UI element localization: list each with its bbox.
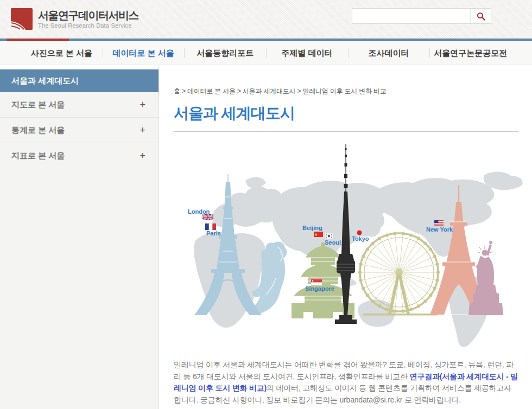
usa-flag-icon [434,220,444,226]
city-label-new-york: New York [426,226,453,233]
site-logo[interactable]: 서울연구데이터서비스 The Seoul Research Data Servi… [11,8,138,30]
uk-flag-icon [202,214,213,220]
main-nav: 사진으로 본 서울 데이터로 본 서울 서울동향리포트 주제별 데이터 조사데이… [0,41,532,65]
world-map [194,171,523,347]
svg-text:★: ★ [314,232,318,237]
sidebar-item-label: 통계로 본 서울 [11,125,65,136]
title-divider [174,131,518,132]
page-layout: 서울과 세계대도시 지도로 본 서울 + 통계로 본 서울 + 지표로 본 서울… [0,65,532,409]
logo-icon [11,8,33,30]
south-korea-flag-icon [325,233,333,239]
nav-item-survey-data[interactable]: 조사데이터 [348,41,430,65]
site-subtitle: The Seoul Research Data Service [38,22,138,29]
city-label-tokyo: Tokyo [352,235,369,242]
contact-email: urbandata@si.re.kr [340,395,403,404]
breadcrumb[interactable]: 홈 > 데이터로 본 서울 > 서울과 세계대도시 > 밀레니엄 이후 도시 변… [174,87,518,96]
page-title: 서울과 세계대도시 [174,103,518,124]
nav-item-data[interactable]: 데이터로 본 서울 [103,41,185,65]
expand-plus-icon[interactable]: + [140,125,145,136]
search-input[interactable] [352,9,470,23]
nav-item-paper-contest[interactable]: 서울연구논문공모전 [429,41,511,65]
japan-flag-icon [357,231,362,235]
search-button[interactable] [470,9,491,23]
city-label-london: London [188,208,210,215]
paragraph-text: 로 연락바랍니다. [402,395,461,404]
nav-item-trend-report[interactable]: 서울동향리포트 [184,41,266,65]
city-label-singapore: Singapore [305,285,334,292]
landmarks-map-graphic: London Paris Beijing [174,143,532,352]
world-cities-illustration: London Paris Beijing [174,143,532,354]
sidebar-item-label: 지도로 본 서울 [11,100,65,110]
sidebar: 서울과 세계대도시 지도로 본 서울 + 통계로 본 서울 + 지표로 본 서울… [0,65,159,409]
city-label-beijing: Beijing [302,225,322,231]
expand-plus-icon[interactable]: + [140,150,145,162]
intro-paragraph: 밀레니엄 이후 서울과 세계대도시는 어떠한 변화를 겪어 왔을까? 도쿄, 베… [174,359,519,406]
main-content: 홈 > 데이터로 본 서울 > 서울과 세계대도시 > 밀레니엄 이후 도시 변… [159,65,532,409]
nav-item-thematic-data[interactable]: 주제별 데이터 [266,41,348,65]
sidebar-item-map-seoul[interactable]: 지도로 본 서울 + [0,92,159,118]
search-icon [477,12,485,21]
france-flag-icon [205,223,216,230]
site-title: 서울연구데이터서비스 [38,9,138,21]
city-label-seoul: Seoul [325,239,341,246]
sidebar-item-indicators-seoul[interactable]: 지표로 본 서울 + [0,143,159,169]
nav-item-photos[interactable]: 사진으로 본 서울 [21,41,103,65]
sidebar-item-stats-seoul[interactable]: 통계로 본 서울 + [0,118,159,143]
singapore-flag-icon [311,279,322,285]
expand-plus-icon[interactable]: + [140,99,145,111]
search-box [352,8,491,24]
city-label-paris: Paris [206,230,221,237]
sidebar-item-label: 지표로 본 서울 [11,151,65,161]
china-flag-icon: ★ [314,232,323,237]
logo-text: 서울연구데이터서비스 The Seoul Research Data Servi… [38,9,138,29]
site-header: 서울연구데이터서비스 The Seoul Research Data Servi… [0,0,532,39]
sidebar-item-world-cities[interactable]: 서울과 세계대도시 [0,69,159,92]
